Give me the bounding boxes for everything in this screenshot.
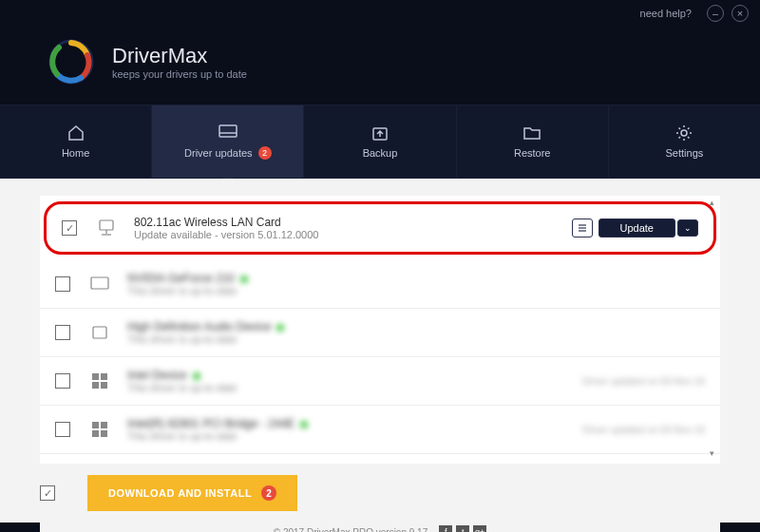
minimize-button[interactable]: – <box>707 5 724 22</box>
checkbox[interactable] <box>55 422 70 437</box>
facebook-icon[interactable]: f <box>439 525 452 532</box>
network-card-icon <box>94 216 119 240</box>
nav-settings-label: Settings <box>666 147 704 159</box>
svg-rect-16 <box>101 382 107 389</box>
driver-row[interactable]: High Definition Audio Device This driver… <box>40 309 720 357</box>
need-help-link[interactable]: need help? <box>640 8 692 19</box>
svg-rect-15 <box>92 382 99 389</box>
driver-subtitle: This driver is up-to-date <box>127 430 582 442</box>
gear-icon <box>674 124 694 142</box>
backup-icon <box>370 124 390 142</box>
svg-rect-11 <box>91 277 108 289</box>
nav-backup-label: Backup <box>363 147 398 159</box>
folder-icon <box>522 124 542 142</box>
nav-restore-label: Restore <box>514 147 551 159</box>
select-all-checkbox[interactable]: ✓ <box>40 485 55 501</box>
app-title: DriverMax <box>112 44 247 68</box>
update-dropdown[interactable]: ⌄ <box>677 219 698 237</box>
details-button[interactable] <box>572 218 593 238</box>
driver-title: Intel(R) 82801 PCI Bridge - 244E <box>127 417 294 430</box>
driver-title: 802.11ac Wireless LAN Card <box>134 216 572 229</box>
svg-point-4 <box>681 130 687 136</box>
driver-list: ▴ ✓ 802.11ac Wireless LAN Card Update av… <box>40 196 720 464</box>
driver-subtitle: This driver is up-to-date <box>127 382 582 393</box>
display-icon <box>87 272 112 296</box>
svg-rect-12 <box>93 327 106 338</box>
download-install-button[interactable]: DOWNLOAD AND INSTALL 2 <box>87 475 297 511</box>
nav-restore[interactable]: Restore <box>457 105 609 178</box>
svg-rect-14 <box>101 373 107 380</box>
nav-settings[interactable]: Settings <box>609 105 760 178</box>
home-icon <box>66 124 86 142</box>
checkbox[interactable] <box>55 373 70 389</box>
audio-icon <box>87 320 112 345</box>
app-subtitle: keeps your drivers up to date <box>112 68 247 80</box>
updates-badge: 2 <box>258 146 272 160</box>
download-label: DOWNLOAD AND INSTALL <box>108 487 252 499</box>
checkbox[interactable] <box>55 276 70 292</box>
driver-row[interactable]: Intel(R) 82801 PCI Bridge - 244E This dr… <box>40 406 720 454</box>
checkbox[interactable] <box>55 325 70 340</box>
driver-title: NVIDIA GeForce 210 <box>127 272 235 285</box>
svg-rect-18 <box>101 422 107 428</box>
scroll-down[interactable]: ▾ <box>705 448 718 462</box>
svg-rect-5 <box>100 220 113 230</box>
copyright-text: © 2017 DriverMax PRO version 9.17 <box>274 527 428 533</box>
status-dot-green <box>240 276 248 283</box>
driver-row-highlighted[interactable]: ✓ 802.11ac Wireless LAN Card Update avai… <box>44 201 716 255</box>
nav-driver-updates[interactable]: Driver updates 2 <box>152 105 304 178</box>
driver-row[interactable]: Intel Device This driver is up-to-date D… <box>40 357 720 406</box>
nav-home-label: Home <box>62 147 89 159</box>
update-button[interactable]: Update <box>598 218 675 238</box>
svg-rect-1 <box>219 125 237 137</box>
driver-title: Intel Device <box>127 369 187 382</box>
monitor-icon <box>218 124 238 141</box>
app-logo <box>46 36 97 87</box>
driver-title: High Definition Audio Device <box>127 320 271 333</box>
twitter-icon[interactable]: t <box>456 525 469 532</box>
driver-subtitle: This driver is up-to-date <box>127 285 705 296</box>
svg-rect-17 <box>92 422 99 428</box>
driver-updated-date: Driver updated on 03-Nov-16 <box>582 376 705 387</box>
svg-rect-13 <box>92 373 99 380</box>
nav-updates-label: Driver updates <box>184 147 253 159</box>
status-dot-green <box>300 421 308 428</box>
windows-icon <box>87 417 112 442</box>
nav-home[interactable]: Home <box>0 105 152 178</box>
status-dot-green <box>193 372 200 380</box>
driver-subtitle: Update available - version 5.01.12.0000 <box>134 229 572 240</box>
driver-row[interactable]: NVIDIA GeForce 210 This driver is up-to-… <box>40 260 720 309</box>
social-links: f t g+ <box>439 525 486 532</box>
download-badge: 2 <box>261 485 276 501</box>
checkbox[interactable]: ✓ <box>62 220 77 236</box>
driver-updated-date: Driver updated on 03-Nov-16 <box>582 425 705 435</box>
svg-rect-20 <box>101 430 107 437</box>
google-plus-icon[interactable]: g+ <box>473 525 486 532</box>
windows-icon <box>87 369 112 393</box>
svg-rect-19 <box>92 430 99 437</box>
status-dot-green <box>276 324 284 332</box>
nav-backup[interactable]: Backup <box>304 105 456 178</box>
close-button[interactable]: × <box>732 5 749 22</box>
driver-subtitle: This driver is up-to-date <box>127 333 705 345</box>
